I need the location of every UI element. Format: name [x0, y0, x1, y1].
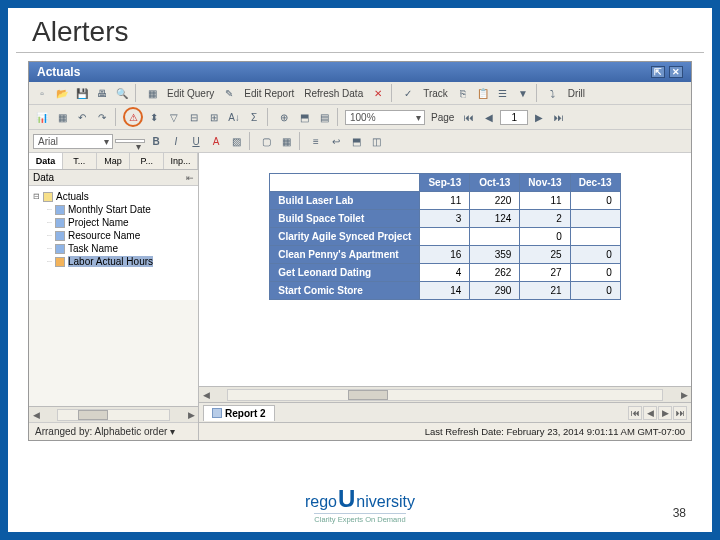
- table-icon[interactable]: ▦: [53, 108, 71, 126]
- row-header[interactable]: Build Laser Lab: [270, 192, 420, 210]
- column-header[interactable]: Sep-13: [420, 174, 470, 192]
- edit-report-button[interactable]: Edit Report: [240, 88, 298, 99]
- copy-icon[interactable]: ⎘: [454, 84, 472, 102]
- sidebar-tab[interactable]: Map: [97, 153, 131, 169]
- cell[interactable]: 359: [470, 246, 520, 264]
- tab-next-icon[interactable]: ▶: [658, 406, 672, 420]
- cell[interactable]: [570, 228, 620, 246]
- merge-cells-icon[interactable]: ⬒: [347, 132, 365, 150]
- font-color-icon[interactable]: A: [207, 132, 225, 150]
- close-icon[interactable]: ✕: [669, 66, 683, 78]
- row-header[interactable]: Build Space Toilet: [270, 210, 420, 228]
- cell[interactable]: 14: [420, 282, 470, 300]
- cell[interactable]: 0: [570, 246, 620, 264]
- padding-icon[interactable]: ◫: [367, 132, 385, 150]
- fill-color-icon[interactable]: ▨: [227, 132, 245, 150]
- print-icon[interactable]: 🖶: [93, 84, 111, 102]
- track-button[interactable]: Track: [419, 88, 452, 99]
- page-prev-icon[interactable]: ◀: [480, 108, 498, 126]
- cell[interactable]: 0: [520, 228, 570, 246]
- underline-icon[interactable]: U: [187, 132, 205, 150]
- cell[interactable]: 124: [470, 210, 520, 228]
- tree-item[interactable]: ┈Project Name: [47, 216, 194, 229]
- redo-icon[interactable]: ↷: [93, 108, 111, 126]
- cell[interactable]: 11: [520, 192, 570, 210]
- sidebar-collapse-icon[interactable]: ⇤: [186, 173, 194, 183]
- cell[interactable]: 3: [420, 210, 470, 228]
- tree-root[interactable]: ⊟ Actuals: [33, 190, 194, 203]
- tab-last-icon[interactable]: ⏭: [673, 406, 687, 420]
- tree-item[interactable]: ┈Resource Name: [47, 229, 194, 242]
- table-row[interactable]: Build Laser Lab11220110: [270, 192, 620, 210]
- track-icon[interactable]: ✓: [399, 84, 417, 102]
- undo-icon[interactable]: ↶: [73, 108, 91, 126]
- section-icon[interactable]: ⊞: [205, 108, 223, 126]
- page-first-icon[interactable]: ⏮: [460, 108, 478, 126]
- cell[interactable]: [420, 228, 470, 246]
- drill-button[interactable]: Drill: [564, 88, 589, 99]
- tree-item[interactable]: ┈Monthly Start Date: [47, 203, 194, 216]
- edit-query-button[interactable]: Edit Query: [163, 88, 218, 99]
- new-icon[interactable]: ▫: [33, 84, 51, 102]
- italic-icon[interactable]: I: [167, 132, 185, 150]
- cell[interactable]: 0: [570, 264, 620, 282]
- tab-prev-icon[interactable]: ◀: [643, 406, 657, 420]
- chart-icon[interactable]: 📊: [33, 108, 51, 126]
- wrap-icon[interactable]: ↩: [327, 132, 345, 150]
- font-select[interactable]: Arial: [33, 134, 113, 149]
- break-icon[interactable]: ⊟: [185, 108, 203, 126]
- table-row[interactable]: Get Leonard Dating4262270: [270, 264, 620, 282]
- border-icon[interactable]: ▢: [257, 132, 275, 150]
- column-header[interactable]: Nov-13: [520, 174, 570, 192]
- outline-icon[interactable]: ☰: [494, 84, 512, 102]
- cell[interactable]: 0: [570, 192, 620, 210]
- arrange-by[interactable]: Arranged by: Alphabetic order ▾: [29, 422, 198, 440]
- bold-icon[interactable]: B: [147, 132, 165, 150]
- page-next-icon[interactable]: ▶: [530, 108, 548, 126]
- table-row[interactable]: Clarity Agile Synced Project0: [270, 228, 620, 246]
- merge-icon[interactable]: ⬒: [295, 108, 313, 126]
- sidebar-tab[interactable]: P...: [130, 153, 164, 169]
- cell[interactable]: 27: [520, 264, 570, 282]
- sidebar-hscroll[interactable]: ◀ ▶: [29, 406, 198, 422]
- zoom-select[interactable]: 100%: [345, 110, 425, 125]
- cell[interactable]: 21: [520, 282, 570, 300]
- sigma-icon[interactable]: Σ: [245, 108, 263, 126]
- sidebar-tab[interactable]: Inp...: [164, 153, 198, 169]
- column-header[interactable]: Dec-13: [570, 174, 620, 192]
- cell[interactable]: [570, 210, 620, 228]
- cell[interactable]: 0: [570, 282, 620, 300]
- crosstab[interactable]: Sep-13Oct-13Nov-13Dec-13 Build Laser Lab…: [269, 173, 620, 300]
- save-icon[interactable]: 💾: [73, 84, 91, 102]
- report-tab[interactable]: Report 2: [203, 405, 275, 421]
- sort-icon[interactable]: ▽: [165, 108, 183, 126]
- cell[interactable]: 220: [470, 192, 520, 210]
- rank-icon[interactable]: ⬍: [145, 108, 163, 126]
- tree-item[interactable]: ┈Task Name: [47, 242, 194, 255]
- cell[interactable]: [470, 228, 520, 246]
- font-size-select[interactable]: [115, 139, 145, 143]
- table-row[interactable]: Build Space Toilet31242: [270, 210, 620, 228]
- report-hscroll[interactable]: ◀ ▶: [199, 386, 691, 402]
- cell[interactable]: 2: [520, 210, 570, 228]
- row-header[interactable]: Clean Penny's Apartment: [270, 246, 420, 264]
- sort-az-icon[interactable]: A↓: [225, 108, 243, 126]
- edit-query-icon[interactable]: ▦: [143, 84, 161, 102]
- column-header[interactable]: Oct-13: [470, 174, 520, 192]
- filter-icon[interactable]: ▼: [514, 84, 532, 102]
- insert-icon[interactable]: ⊕: [275, 108, 293, 126]
- alerter-icon[interactable]: ⚠: [125, 108, 141, 126]
- cell-icon[interactable]: ▦: [277, 132, 295, 150]
- paste-icon[interactable]: 📋: [474, 84, 492, 102]
- cell[interactable]: 4: [420, 264, 470, 282]
- row-header[interactable]: Get Leonard Dating: [270, 264, 420, 282]
- edit-report-icon[interactable]: ✎: [220, 84, 238, 102]
- cell[interactable]: 290: [470, 282, 520, 300]
- tree-item[interactable]: ┈Labor Actual Hours: [47, 255, 194, 268]
- open-icon[interactable]: 📂: [53, 84, 71, 102]
- cell[interactable]: 262: [470, 264, 520, 282]
- structure-icon[interactable]: ▤: [315, 108, 333, 126]
- pin-icon[interactable]: ⇱: [651, 66, 665, 78]
- row-header[interactable]: Clarity Agile Synced Project: [270, 228, 420, 246]
- cell[interactable]: 16: [420, 246, 470, 264]
